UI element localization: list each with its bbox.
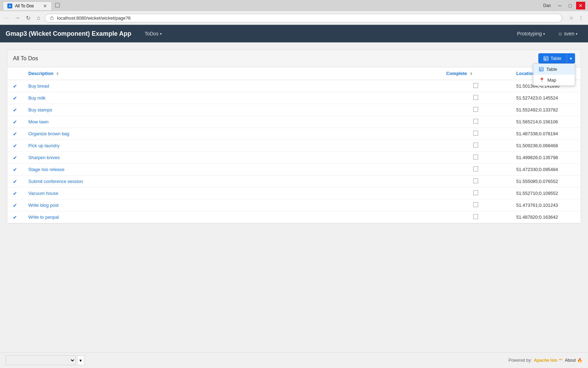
row-checkmark-cell: ✔: [7, 140, 23, 152]
complete-checkbox[interactable]: [473, 83, 478, 88]
svg-rect-0: [55, 3, 59, 7]
complete-checkbox[interactable]: [473, 202, 478, 207]
complete-checkbox[interactable]: [473, 214, 478, 219]
minimize-button[interactable]: ─: [555, 2, 564, 9]
complete-checkbox[interactable]: [473, 131, 478, 136]
row-description-cell[interactable]: Write to penpal: [23, 211, 441, 223]
row-location-cell: 51.487338;0.078194: [511, 128, 581, 140]
complete-checkbox[interactable]: [473, 95, 478, 100]
row-checkmark-cell: ✔: [7, 80, 23, 92]
row-description-cell[interactable]: Organize brown bag: [23, 128, 441, 140]
map-option[interactable]: 📍 Map: [533, 75, 575, 86]
row-complete-cell: [441, 176, 511, 188]
row-description-cell[interactable]: Stage Isis release: [23, 164, 441, 176]
row-location-cell: 51.565214;0.156106: [511, 116, 581, 128]
complete-col-header[interactable]: Complete ⇕: [441, 67, 511, 80]
browser-tab[interactable]: A All To Dos ✕: [3, 1, 52, 10]
row-complete-cell: [441, 152, 511, 164]
checkmark-icon: ✔: [13, 167, 17, 172]
checkmark-icon: ✔: [13, 119, 17, 125]
row-description-cell[interactable]: Mow lawn: [23, 116, 441, 128]
row-description-cell[interactable]: Pick up laundry: [23, 140, 441, 152]
table-view-button[interactable]: Table: [538, 53, 567, 63]
complete-checkbox[interactable]: [473, 119, 478, 124]
view-toggle-dropdown[interactable]: ▾: [567, 53, 575, 63]
card-title: All To Dos: [13, 55, 38, 62]
row-description-cell[interactable]: Submit conference session: [23, 176, 441, 188]
powered-by-label: Powered by:: [509, 358, 532, 363]
row-description-cell[interactable]: Buy milk: [23, 92, 441, 104]
about-link[interactable]: About 🔥: [565, 358, 582, 363]
row-location-cell: 51.473761;0.101243: [511, 199, 581, 211]
complete-header-label: Complete: [446, 71, 467, 76]
row-description-cell[interactable]: Buy bread: [23, 80, 441, 92]
row-description-cell[interactable]: Buy stamps: [23, 104, 441, 116]
row-checkmark-cell: ✔: [7, 188, 23, 199]
row-description-cell[interactable]: Write blog post: [23, 199, 441, 211]
complete-checkbox[interactable]: [473, 178, 478, 183]
table-option-icon: [539, 67, 544, 71]
todos-nav-item[interactable]: ToDos ▾: [140, 28, 167, 39]
checkmark-icon: ✔: [13, 131, 17, 137]
address-bar[interactable]: [45, 14, 562, 22]
user-dropdown-icon: ▾: [576, 32, 578, 36]
checkmark-icon: ✔: [13, 83, 17, 89]
svg-rect-2: [544, 56, 548, 61]
back-button[interactable]: ←: [3, 14, 11, 22]
forward-button[interactable]: →: [13, 14, 22, 22]
apache-isis-link[interactable]: Apache Isis ™: [534, 358, 563, 363]
row-description-cell[interactable]: Sharpen knives: [23, 152, 441, 164]
table-row: ✔Buy bread51.501364;-0.141890: [7, 80, 581, 92]
map-pin-icon: 📍: [539, 77, 545, 83]
row-location-cell: 51.487820;0.163642: [511, 211, 581, 223]
prototyping-label: Prototyping: [517, 31, 542, 36]
menu-button[interactable]: ⋮: [577, 14, 585, 22]
new-tab-button[interactable]: [52, 1, 63, 11]
tab-close-button[interactable]: ✕: [43, 4, 47, 8]
table-option-label: Table: [546, 67, 557, 72]
row-complete-cell: [441, 199, 511, 211]
table-row: ✔Sharpen knives51.499826;0.135798: [7, 152, 581, 164]
complete-sort-icon: ⇕: [470, 72, 472, 76]
table-row: ✔Mow lawn51.565214;0.156106: [7, 116, 581, 128]
app-navbar: Gmap3 (Wicket Component) Example App ToD…: [0, 25, 588, 42]
footer: ▾ Powered by: Apache Isis ™ About 🔥: [0, 352, 588, 368]
card-header: All To Dos Table ▾: [7, 50, 581, 67]
close-button[interactable]: ✕: [576, 2, 585, 9]
checkmark-icon: ✔: [13, 214, 17, 220]
action-select[interactable]: [6, 355, 76, 365]
user-label: sven: [564, 31, 574, 36]
about-label: About: [565, 358, 576, 363]
table-row: ✔Vacuum house51.552710;0.109552: [7, 188, 581, 199]
row-location-cell: 51.509236;0.068468: [511, 140, 581, 152]
address-bar-actions: ☆ ⋮: [567, 14, 585, 22]
row-description-cell[interactable]: Vacuum house: [23, 188, 441, 199]
nav-right: Prototyping ▾ ☺ sven ▾: [512, 28, 582, 39]
table-row: ✔Organize brown bag51.487338;0.078194: [7, 128, 581, 140]
table-row: ✔Write to penpal51.487820;0.163642: [7, 211, 581, 223]
complete-checkbox[interactable]: [473, 143, 478, 148]
user-nav-item[interactable]: ☺ sven ▾: [553, 28, 582, 39]
table-option[interactable]: Table: [533, 64, 575, 75]
refresh-button[interactable]: ↻: [24, 14, 32, 22]
home-button[interactable]: ⌂: [34, 14, 43, 22]
complete-checkbox[interactable]: [473, 107, 478, 112]
address-bar-row: ← → ↻ ⌂ ☆ ⋮: [0, 11, 588, 25]
complete-checkbox[interactable]: [473, 155, 478, 159]
bookmark-button[interactable]: ☆: [567, 14, 575, 22]
row-checkmark-cell: ✔: [7, 92, 23, 104]
prototyping-nav-item[interactable]: Prototyping ▾: [512, 28, 550, 39]
checkmark-icon: ✔: [13, 155, 17, 161]
svg-rect-1: [50, 18, 53, 20]
url-input[interactable]: [57, 15, 558, 21]
complete-checkbox[interactable]: [473, 190, 478, 195]
complete-checkbox[interactable]: [473, 166, 478, 171]
maximize-button[interactable]: □: [566, 2, 575, 9]
description-col-header[interactable]: Description ⇕: [23, 67, 441, 80]
row-checkmark-cell: ✔: [7, 176, 23, 188]
todos-table-body: ✔Buy bread51.501364;-0.141890✔Buy milk51…: [7, 80, 581, 223]
row-location-cell: 51.552492;0.133782: [511, 104, 581, 116]
action-select-dropdown[interactable]: ▾: [77, 355, 84, 365]
table-row: ✔Buy milk51.527423;0.145524: [7, 92, 581, 104]
description-header-label: Description: [28, 71, 54, 76]
